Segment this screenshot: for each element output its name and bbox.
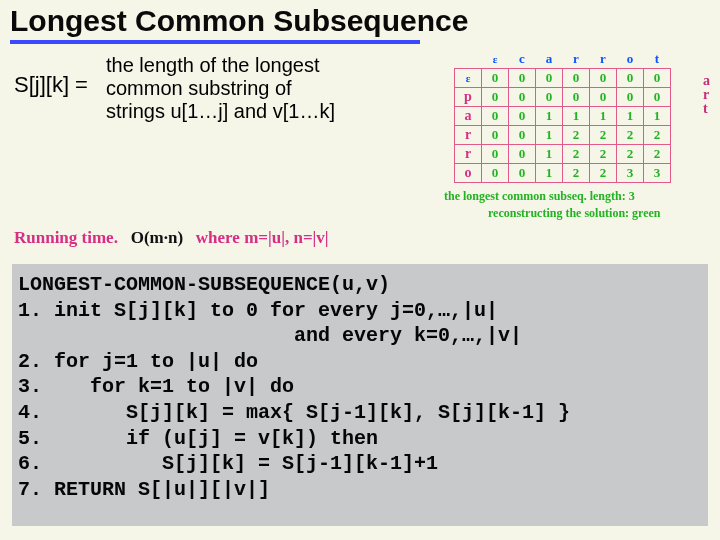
row-letter: r (455, 145, 482, 164)
runtime-where: where m=|u|, n=|v| (196, 228, 329, 247)
code-line: 6. S[j][k] = S[j-1][k-1]+1 (18, 452, 438, 475)
dp-cell: 1 (563, 107, 590, 126)
dp-cell: 2 (563, 126, 590, 145)
dp-cell: 0 (509, 126, 536, 145)
dp-cell: 0 (536, 69, 563, 88)
dp-cell: 0 (482, 88, 509, 107)
dp-cell: 1 (536, 126, 563, 145)
dp-cell: 0 (617, 69, 644, 88)
dp-cell: 0 (482, 164, 509, 183)
code-line: 7. RETURN S[|u|][|v|] (18, 478, 270, 501)
dp-cell: 0 (482, 145, 509, 164)
definition-rhs: the length of the longest common substri… (106, 54, 336, 123)
dp-cell: 0 (644, 88, 671, 107)
dp-cell: 2 (590, 145, 617, 164)
dp-cell: 0 (482, 126, 509, 145)
dp-cell: 1 (536, 145, 563, 164)
dp-cell: 2 (590, 126, 617, 145)
dp-table: ε c a r r o t ε 0 0 0 0 0 0 0 p 0 (454, 50, 671, 183)
dp-cell: 0 (644, 69, 671, 88)
dp-cell: 0 (482, 69, 509, 88)
dp-cell: 0 (563, 69, 590, 88)
dp-cell: 0 (509, 107, 536, 126)
dp-cell: 2 (563, 145, 590, 164)
col-letter: r (590, 50, 617, 69)
col-letter: c (509, 50, 536, 69)
code-line: 5. if (u[j] = v[k]) then (18, 427, 378, 450)
row-letter: r (455, 126, 482, 145)
side-art-annotation: a r t (703, 74, 710, 116)
title-underline (10, 40, 420, 44)
dp-cell: 0 (482, 107, 509, 126)
reconstruction-note: reconstructing the solution: green (488, 206, 712, 221)
dp-cell: 2 (617, 126, 644, 145)
pseudocode-block: LONGEST-COMMON-SUBSEQUENCE(u,v) 1. init … (12, 264, 708, 526)
dp-cell: 0 (617, 88, 644, 107)
running-time-annotation: Running time. O(m·n) where m=|u|, n=|v| (14, 228, 329, 248)
dp-cell: 1 (644, 107, 671, 126)
col-letter: r (563, 50, 590, 69)
row-letter: a (455, 107, 482, 126)
dp-cell: 1 (536, 164, 563, 183)
code-line: 4. S[j][k] = max{ S[j-1][k], S[j][k-1] } (18, 401, 570, 424)
code-head: LONGEST-COMMON-SUBSEQUENCE(u,v) (18, 273, 390, 296)
runtime-label: Running time. (14, 228, 118, 247)
dp-cell: 0 (509, 164, 536, 183)
dp-cell: 3 (644, 164, 671, 183)
row-letter: p (455, 88, 482, 107)
dp-cell: 3 (617, 164, 644, 183)
code-line: 3. for k=1 to |v| do (18, 375, 294, 398)
dp-table-annotation: ε c a r r o t ε 0 0 0 0 0 0 0 p 0 (440, 50, 712, 221)
lcs-length-note: the longest common subseq. length: 3 (444, 189, 712, 204)
dp-cell: 0 (509, 88, 536, 107)
dp-cell: 0 (509, 69, 536, 88)
dp-cell: 1 (536, 107, 563, 126)
definition-lhs: S[j][k] = (14, 72, 88, 98)
col-letter: o (617, 50, 644, 69)
row-letter: o (455, 164, 482, 183)
dp-cell: 0 (563, 88, 590, 107)
dp-cell: 0 (509, 145, 536, 164)
dp-cell: 2 (644, 145, 671, 164)
dp-cell: 2 (617, 145, 644, 164)
code-line: 2. for j=1 to |u| do (18, 350, 258, 373)
dp-cell: 0 (536, 88, 563, 107)
dp-cell: 2 (563, 164, 590, 183)
code-line: and every k=0,…,|v| (18, 324, 522, 347)
slide: Longest Common Subsequence S[j][k] = the… (0, 0, 720, 540)
dp-cell: 2 (590, 164, 617, 183)
col-letter: a (536, 50, 563, 69)
code-line: 1. init S[j][k] to 0 for every j=0,…,|u| (18, 299, 498, 322)
runtime-bigO: O(m·n) (131, 228, 183, 247)
col-empty: ε (482, 50, 509, 69)
page-title: Longest Common Subsequence (10, 4, 710, 38)
dp-cell: 0 (590, 88, 617, 107)
row-empty: ε (455, 69, 482, 88)
col-letter: t (644, 50, 671, 69)
dp-cell: 2 (644, 126, 671, 145)
dp-cell: 1 (617, 107, 644, 126)
dp-cell: 1 (590, 107, 617, 126)
dp-cell: 0 (590, 69, 617, 88)
